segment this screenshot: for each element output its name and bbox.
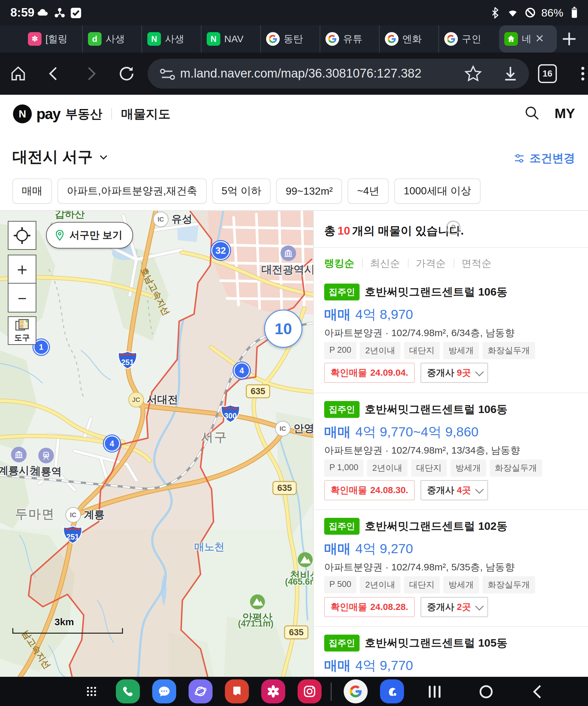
bluetooth-icon bbox=[489, 6, 502, 19]
nav-recents-button[interactable] bbox=[426, 683, 444, 701]
agent-label: 중개사 bbox=[427, 367, 454, 379]
view-district-only-button[interactable]: 서구만 보기 bbox=[46, 222, 133, 248]
phone-app-icon[interactable] bbox=[116, 679, 140, 703]
google-favicon-icon bbox=[325, 32, 339, 46]
listing-card[interactable]: 집주인호반써밋그랜드센트럴 105동매매4억 9,770 bbox=[314, 626, 588, 677]
layers-icon bbox=[14, 318, 30, 332]
tab-title: [힐링 bbox=[45, 33, 68, 46]
reload-icon[interactable] bbox=[117, 65, 135, 83]
help-icon[interactable]: ? bbox=[446, 221, 461, 235]
my-menu[interactable]: MY bbox=[555, 106, 575, 121]
listing-count: 10 bbox=[338, 224, 350, 237]
listing-cluster-marker[interactable]: 10 bbox=[264, 310, 303, 348]
svg-text:300: 300 bbox=[224, 412, 237, 420]
header-divider bbox=[111, 108, 112, 119]
naverapp-app-icon[interactable] bbox=[380, 679, 404, 703]
tab-title: 사생 bbox=[106, 33, 125, 46]
zoom-out-button[interactable]: － bbox=[8, 283, 36, 312]
apps-grid-app-icon[interactable] bbox=[79, 679, 104, 703]
search-icon[interactable] bbox=[523, 105, 540, 123]
url-bar[interactable]: m.land.naver.com/map/36.3081076:127.382 bbox=[148, 59, 529, 88]
menu-kebab-icon[interactable] bbox=[574, 65, 588, 83]
listing-card[interactable]: 집주인호반써밋그랜드센트럴 102동매매4억 9,270아파트분양권 · 102… bbox=[314, 509, 588, 626]
road-badge: 635 bbox=[284, 626, 308, 639]
listing-cards: 집주인호반써밋그랜드센트럴 106동매매4억 8,970아파트분양권 · 102… bbox=[314, 276, 588, 677]
listing-card[interactable]: 집주인호반써밋그랜드센트럴 106동매매4억 8,970아파트분양권 · 102… bbox=[314, 276, 588, 393]
sort-option[interactable]: 가격순 bbox=[408, 257, 454, 270]
listing-tag: P 200 bbox=[324, 342, 356, 359]
flower-favicon-icon: ✽ bbox=[28, 32, 42, 46]
agent-count-dropdown[interactable]: 중개사2곳 bbox=[421, 597, 488, 617]
naver-logo-icon: N bbox=[13, 105, 32, 123]
filter-chip[interactable]: 99~132m² bbox=[276, 179, 342, 204]
browser-tab[interactable]: 구인 bbox=[438, 25, 498, 52]
redapp-app-icon[interactable] bbox=[225, 679, 249, 703]
scale-bar bbox=[12, 628, 123, 634]
card-header: 집주인호반써밋그랜드센트럴 106동 bbox=[324, 401, 508, 418]
card-footer: 확인매물24.08.30.중개사4곳 bbox=[324, 480, 488, 500]
tab-title: 구인 bbox=[462, 33, 481, 46]
agent-count-dropdown[interactable]: 중개사9곳 bbox=[421, 363, 488, 383]
chevron-down-icon bbox=[475, 367, 484, 376]
zoom-in-button[interactable]: ＋ bbox=[8, 256, 36, 283]
new-tab-button[interactable] bbox=[560, 30, 578, 48]
bookmark-star-icon[interactable] bbox=[464, 65, 482, 83]
filter-chip[interactable]: 아파트,아파트분양권,재건축 bbox=[57, 179, 207, 204]
change-filter-button[interactable]: 조건변경 bbox=[513, 151, 575, 166]
filter-chip[interactable]: ~4년 bbox=[348, 179, 388, 204]
change-filter-label: 조건변경 bbox=[530, 151, 575, 166]
deal-type: 매매 bbox=[324, 658, 351, 673]
road-badge: 4 bbox=[234, 362, 250, 379]
home-icon[interactable] bbox=[9, 65, 27, 83]
download-icon[interactable] bbox=[501, 65, 519, 83]
npay-realestate-logo[interactable]: N pay 부동산 매물지도 bbox=[13, 105, 170, 123]
confirm-label: 확인매물 bbox=[331, 485, 367, 495]
flowerapp-app-icon[interactable] bbox=[261, 679, 285, 703]
map[interactable]: 갑하산(468.7m)IC유성대전광역시호남고속지선JC서대전IC안영서구계룡시… bbox=[0, 211, 313, 677]
filter-chip[interactable]: 1000세대 이상 bbox=[394, 179, 481, 204]
messages-app-icon[interactable] bbox=[152, 679, 176, 703]
sort-option[interactable]: 랭킹순 bbox=[324, 257, 362, 270]
listing-info: 아파트분양권 · 102/74.98m², 6/34층, 남동향 bbox=[324, 326, 515, 340]
tab-switcher-button[interactable]: 16 bbox=[538, 64, 557, 83]
android-taskbar bbox=[0, 677, 588, 706]
browser-tab-active[interactable]: 네 bbox=[499, 25, 557, 52]
browser-tab[interactable]: 엔화 bbox=[379, 25, 438, 52]
browser-tab[interactable]: 동탄 bbox=[260, 25, 320, 52]
back-icon[interactable] bbox=[45, 65, 63, 83]
url-text[interactable]: m.land.naver.com/map/36.3081076:127.382 bbox=[180, 67, 422, 80]
nav-home-button[interactable] bbox=[477, 683, 495, 701]
chevron-down-icon bbox=[475, 602, 484, 611]
region-name: 대전시 서구 bbox=[12, 147, 93, 167]
browser-tab[interactable]: N사생 bbox=[142, 25, 201, 52]
region-selector[interactable]: 대전시 서구 bbox=[12, 147, 109, 167]
owner-badge: 집주인 bbox=[324, 401, 359, 418]
filter-chips-row: 매매아파트,아파트분양권,재건축5억 이하99~132m²~4년1000세대 이… bbox=[0, 177, 588, 210]
browser-tab[interactable]: d사생 bbox=[82, 25, 142, 52]
cameraapp-app-icon[interactable] bbox=[298, 679, 322, 703]
listing-tags: P 1,0002년이내대단지방세개화장실두개 bbox=[324, 460, 542, 477]
google-favicon-icon bbox=[266, 32, 280, 46]
agent-count: 9곳 bbox=[457, 367, 471, 379]
pin-icon bbox=[54, 229, 66, 241]
owner-badge: 집주인 bbox=[324, 635, 359, 652]
sort-option[interactable]: 최신순 bbox=[362, 257, 408, 270]
nav-back-button[interactable] bbox=[529, 683, 547, 701]
listing-card[interactable]: 집주인호반써밋그랜드센트럴 106동매매4억 9,770~4억 9,860아파트… bbox=[314, 393, 588, 509]
browser-tab[interactable]: ✽[힐링 bbox=[23, 25, 82, 52]
app-notification-icon bbox=[53, 6, 66, 19]
map-tools-button[interactable]: 도구 bbox=[8, 316, 36, 345]
site-settings-icon[interactable] bbox=[158, 65, 176, 83]
agent-count-dropdown[interactable]: 중개사4곳 bbox=[421, 480, 488, 500]
current-location-button[interactable] bbox=[8, 221, 36, 250]
close-icon[interactable] bbox=[535, 33, 545, 44]
internet-app-icon[interactable] bbox=[189, 679, 212, 703]
browser-tab[interactable]: 유튜 bbox=[320, 25, 379, 52]
filter-chip[interactable]: 5억 이하 bbox=[212, 179, 271, 204]
browser-tab[interactable]: NNAV bbox=[201, 25, 260, 52]
sort-option[interactable]: 면적순 bbox=[454, 257, 499, 270]
google-favicon-icon bbox=[444, 32, 458, 46]
filter-chip[interactable]: 매매 bbox=[12, 179, 52, 204]
google-app-icon[interactable] bbox=[344, 679, 368, 703]
browser-toolbar: m.land.naver.com/map/36.3081076:127.382 … bbox=[0, 52, 588, 95]
